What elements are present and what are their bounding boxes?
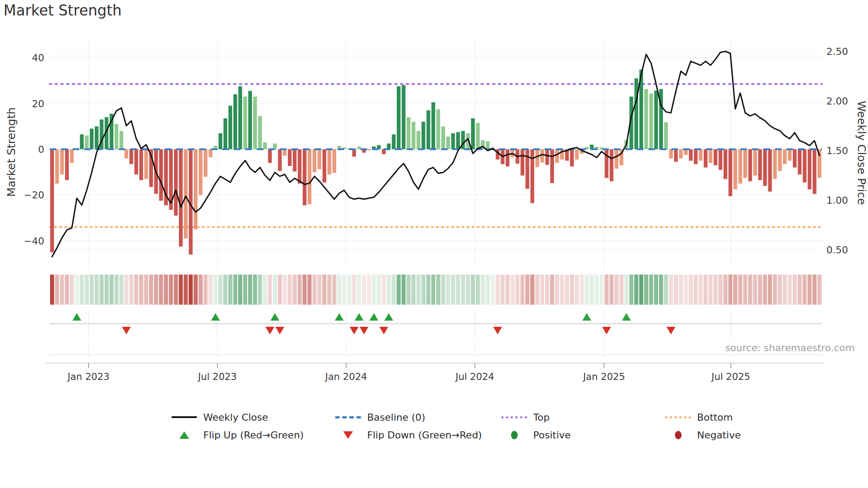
negative-dot-icon bbox=[665, 431, 691, 439]
heatmap-cell bbox=[540, 275, 544, 305]
strength-bar-positive bbox=[664, 122, 668, 149]
strength-bar-positive bbox=[229, 106, 232, 149]
strength-bar-positive bbox=[654, 91, 658, 149]
strength-bar-negative bbox=[719, 149, 723, 170]
strength-bar-negative bbox=[184, 149, 188, 239]
heatmap-cell bbox=[372, 275, 376, 305]
x-tick-label: Jan 2023 bbox=[66, 371, 109, 382]
heatmap-cell bbox=[223, 275, 227, 305]
heatmap-cell bbox=[391, 275, 395, 305]
strength-bar-negative bbox=[694, 149, 698, 164]
legend-item-flip-up: Flip Up (Red→Green) bbox=[171, 428, 304, 442]
strength-bar-positive bbox=[476, 123, 480, 149]
strength-bar-negative bbox=[555, 149, 559, 163]
heatmap-cell bbox=[778, 275, 782, 305]
heatmap-cell bbox=[65, 275, 69, 305]
heatmap-cell bbox=[506, 275, 510, 305]
heatmap-cell bbox=[337, 275, 341, 305]
strength-bar-positive bbox=[426, 110, 430, 149]
heatmap-cell bbox=[570, 275, 574, 305]
heatmap-cell bbox=[525, 275, 529, 305]
heatmap-cell bbox=[416, 275, 420, 305]
heatmap-cell bbox=[70, 275, 74, 305]
strength-bar-positive bbox=[456, 132, 460, 149]
strength-bar-negative bbox=[520, 149, 524, 175]
left-tick-label: 0 bbox=[38, 144, 44, 155]
strength-bar-negative bbox=[535, 149, 539, 167]
heatmap-cell bbox=[322, 275, 326, 305]
strength-bar-positive bbox=[407, 117, 411, 149]
strength-bar-negative bbox=[144, 149, 148, 179]
right-tick-label: 1.00 bbox=[826, 195, 848, 206]
left-tick-label: −20 bbox=[24, 190, 44, 201]
heatmap-cell bbox=[169, 275, 173, 305]
strength-bar-negative bbox=[308, 149, 312, 204]
flip-down-marker bbox=[122, 327, 131, 334]
strength-bar-negative bbox=[724, 149, 728, 179]
strength-bar-negative bbox=[333, 149, 337, 173]
heatmap-cell bbox=[124, 275, 128, 305]
strength-bar-negative bbox=[55, 149, 59, 184]
heatmap-cell bbox=[649, 275, 653, 305]
heatmap-cell bbox=[689, 275, 693, 305]
heatmap-cell bbox=[798, 275, 802, 305]
heatmap-cell bbox=[580, 275, 584, 305]
heatmap-cell bbox=[748, 275, 752, 305]
strength-bar-negative bbox=[733, 149, 737, 189]
strength-bar-negative bbox=[778, 149, 782, 171]
top-dotted-swatch bbox=[501, 416, 527, 418]
strength-bar-negative bbox=[748, 149, 752, 181]
heatmap-cell bbox=[357, 275, 361, 305]
heatmap-cell bbox=[486, 275, 490, 305]
flip-down-marker bbox=[275, 327, 284, 334]
strength-bar-positive bbox=[486, 141, 490, 149]
heatmap-cell bbox=[184, 275, 188, 305]
heatmap-cell bbox=[758, 275, 762, 305]
heatmap-cell bbox=[634, 275, 638, 305]
strength-bar-negative bbox=[679, 149, 683, 159]
heatmap-cell bbox=[243, 275, 247, 305]
heatmap-cell bbox=[565, 275, 569, 305]
strength-bar-negative bbox=[318, 149, 322, 169]
strength-bar-negative bbox=[60, 149, 64, 174]
flip-up-marker bbox=[355, 313, 364, 321]
strength-bar-positive bbox=[649, 93, 653, 149]
x-tick-label: Jul 2024 bbox=[455, 371, 495, 382]
right-axis-label: Weekly Close Price bbox=[855, 101, 868, 203]
heatmap-cell bbox=[535, 275, 539, 305]
strength-bar-negative bbox=[129, 149, 133, 164]
heatmap-cell bbox=[699, 275, 703, 305]
heatmap-cell bbox=[713, 275, 717, 305]
heatmap-cell bbox=[441, 275, 445, 305]
heatmap-cell bbox=[530, 275, 534, 305]
heatmap-cell bbox=[89, 275, 93, 305]
strength-bar-negative bbox=[713, 149, 717, 165]
heatmap-cell bbox=[520, 275, 524, 305]
x-tick-label: Jul 2023 bbox=[197, 371, 237, 382]
heatmap-cell bbox=[620, 275, 624, 305]
heatmap-cell bbox=[209, 275, 213, 305]
right-tick-label: 0.50 bbox=[826, 244, 848, 256]
strength-bar-positive bbox=[431, 102, 435, 149]
strength-bar-positive bbox=[644, 89, 648, 149]
heatmap-cell bbox=[189, 275, 193, 305]
heatmap-cell bbox=[555, 275, 559, 305]
legend-item-weekly-close: Weekly Close bbox=[171, 410, 268, 424]
flip-down-marker bbox=[360, 327, 368, 334]
strength-bar-positive bbox=[243, 97, 247, 149]
strength-bar-negative bbox=[134, 149, 138, 174]
strength-bar-negative bbox=[293, 149, 297, 171]
heatmap-cell bbox=[813, 275, 817, 305]
heatmap-cell bbox=[278, 275, 282, 305]
left-axis-label: Market Strength bbox=[5, 108, 18, 197]
strength-bar-negative bbox=[575, 149, 579, 159]
legend-item-baseline: Baseline (0) bbox=[335, 410, 425, 424]
legend-item-bottom: Bottom bbox=[665, 410, 733, 424]
heatmap-cell bbox=[228, 275, 232, 305]
flip-down-triangle-icon bbox=[335, 431, 361, 439]
heatmap-cell bbox=[807, 275, 811, 305]
heatmap-cell bbox=[639, 275, 643, 305]
flip-up-marker bbox=[271, 313, 279, 321]
right-tick-label: 1.50 bbox=[826, 145, 848, 156]
legend-label: Flip Up (Red→Green) bbox=[203, 430, 304, 441]
